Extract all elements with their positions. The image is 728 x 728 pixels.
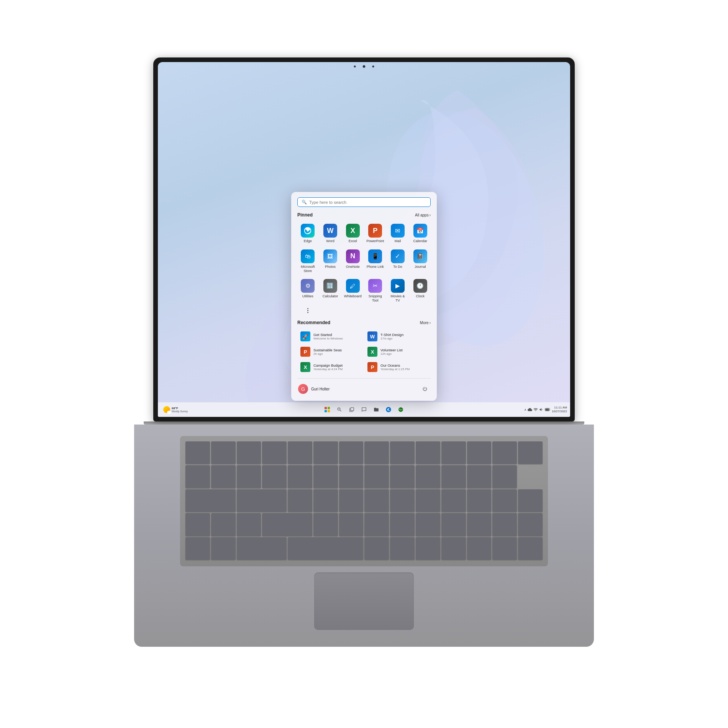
key-u[interactable] (441, 489, 466, 512)
more-dots-button[interactable] (297, 307, 318, 315)
app-excel[interactable]: X Excel (342, 221, 363, 246)
key-equals[interactable] (492, 465, 517, 488)
key-w[interactable] (313, 489, 338, 512)
key-l[interactable] (518, 513, 543, 536)
key-x[interactable] (390, 537, 415, 560)
key-tab[interactable] (237, 489, 287, 512)
key-j[interactable] (467, 513, 492, 536)
key-f5[interactable] (313, 441, 338, 464)
app-mail[interactable]: ✉ Mail (387, 221, 408, 246)
key-y[interactable] (416, 489, 440, 512)
key-f2[interactable] (237, 441, 261, 464)
search-input[interactable] (309, 200, 426, 205)
rec-seas[interactable]: P Sustainable Seas 2h ago (297, 344, 364, 359)
task-view-button[interactable] (346, 404, 357, 415)
key-5[interactable] (313, 465, 338, 488)
key-backslash[interactable] (237, 513, 261, 536)
key-g[interactable] (416, 513, 440, 536)
app-todo[interactable]: ✓ To Do (387, 247, 408, 275)
rec-volunteer[interactable]: X Volunteer List 12h ago (364, 344, 431, 359)
key-f9[interactable] (416, 441, 440, 464)
key-k[interactable] (492, 513, 517, 536)
key-caps[interactable] (262, 513, 312, 536)
key-e[interactable] (339, 489, 364, 512)
rec-oceans[interactable]: P Our Oceans Yesterday at 1:15 PM (364, 360, 431, 374)
key-minus[interactable] (467, 465, 492, 488)
key-c[interactable] (416, 537, 440, 560)
rec-tshirt[interactable]: W T-Shirt Design 17m ago (364, 329, 431, 344)
key-9[interactable] (416, 465, 440, 488)
key-q[interactable] (288, 489, 312, 512)
key-esc[interactable] (185, 441, 210, 464)
key-f4[interactable] (288, 441, 312, 464)
rec-campaign[interactable]: X Campaign Budget Yesterday at 4:24 PM (297, 360, 364, 374)
user-info[interactable]: G Guri Holter (298, 384, 330, 394)
rec-get-started[interactable]: 🚀 Get Started Welcome to Windows (297, 329, 364, 344)
key-rbracket[interactable] (211, 513, 236, 536)
app-store[interactable]: 🛍 Microsoft Store (297, 247, 318, 275)
more-link[interactable]: More › (420, 321, 431, 325)
key-f8[interactable] (390, 441, 415, 464)
key-f[interactable] (390, 513, 415, 536)
key-a[interactable] (313, 513, 338, 536)
clock-display[interactable]: 11:11 AM 10/27/2022 (552, 406, 567, 414)
key-semicolon[interactable] (185, 537, 210, 560)
app-word[interactable]: W Word (320, 221, 341, 246)
key-d[interactable] (364, 513, 389, 536)
key-v[interactable] (441, 537, 466, 560)
app-utilities[interactable]: ⚙ Utilities (297, 277, 318, 305)
key-f1[interactable] (211, 441, 236, 464)
power-button[interactable] (420, 384, 430, 394)
key-f12[interactable] (492, 441, 517, 464)
key-z[interactable] (364, 537, 389, 560)
app-whiteboard[interactable]: 🖊 Whiteboard (342, 277, 363, 305)
xbox-button[interactable] (395, 404, 406, 415)
search-bar[interactable]: 🔍 (297, 197, 431, 207)
app-edge[interactable]: Edge (297, 221, 318, 246)
app-calendar[interactable]: 📅 Calendar (410, 221, 431, 246)
key-4[interactable] (288, 465, 312, 488)
key-p[interactable] (518, 489, 543, 512)
key-f11[interactable] (467, 441, 492, 464)
key-b[interactable] (467, 537, 492, 560)
key-i[interactable] (467, 489, 492, 512)
app-powerpoint[interactable]: P PowerPoint (365, 221, 386, 246)
taskbar-edge-button[interactable] (383, 404, 394, 415)
app-photos[interactable]: 🖼 Photos (320, 247, 341, 275)
app-onenote[interactable]: N OneNote (342, 247, 363, 275)
key-2[interactable] (237, 465, 261, 488)
app-calculator[interactable]: 🔢 Calculator (320, 277, 341, 305)
key-f6[interactable] (339, 441, 364, 464)
key-h[interactable] (441, 513, 466, 536)
key-f7[interactable] (364, 441, 389, 464)
app-clock[interactable]: 🕐 Clock (410, 277, 431, 305)
key-0[interactable] (441, 465, 466, 488)
app-movies[interactable]: ▶ Movies & TV (387, 277, 408, 305)
key-o[interactable] (492, 489, 517, 512)
key-3[interactable] (262, 465, 287, 488)
key-8[interactable] (390, 465, 415, 488)
key-6[interactable] (339, 465, 364, 488)
chevron-up-icon[interactable]: ∧ (524, 408, 526, 412)
key-t[interactable] (390, 489, 415, 512)
key-enter[interactable] (237, 537, 287, 560)
all-apps-link[interactable]: All apps › (415, 213, 431, 217)
touchpad[interactable] (314, 572, 414, 630)
key-r[interactable] (364, 489, 389, 512)
desktop[interactable]: 🔍 Pinned All apps › (158, 62, 570, 417)
app-journal[interactable]: 📓 Journal (410, 247, 431, 275)
key-quote[interactable] (211, 537, 236, 560)
key-7[interactable] (364, 465, 389, 488)
file-explorer-button[interactable] (371, 404, 382, 415)
weather-widget[interactable]: 68°F Mostly Sunny (161, 405, 190, 414)
key-s[interactable] (339, 513, 364, 536)
key-backtick[interactable] (185, 465, 210, 488)
start-button[interactable] (322, 404, 333, 415)
key-1[interactable] (211, 465, 236, 488)
key-lshift[interactable] (288, 537, 363, 560)
app-snipping[interactable]: ✂ Snipping Tool (365, 277, 386, 305)
key-m[interactable] (518, 537, 543, 560)
app-phonelink[interactable]: 📱 Phone Link (365, 247, 386, 275)
key-lbracket[interactable] (185, 513, 210, 536)
chat-button[interactable] (359, 404, 369, 415)
